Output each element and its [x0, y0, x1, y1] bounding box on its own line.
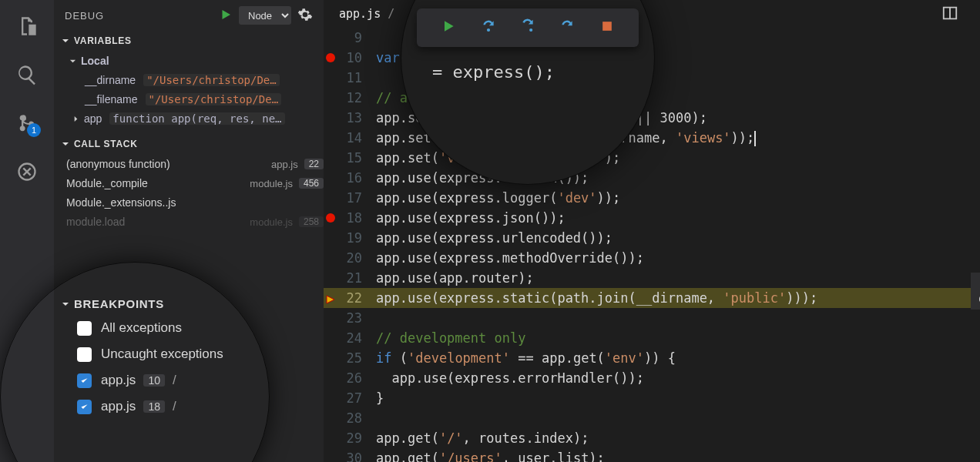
code-line[interactable]: 28: [324, 408, 980, 428]
start-debug-button[interactable]: [219, 8, 233, 24]
step-out-button[interactable]: [559, 18, 575, 37]
debug-header: DEBUG Node: [54, 0, 324, 31]
call-stack-section-header[interactable]: CALL STACK: [54, 134, 324, 154]
stack-frame[interactable]: Module._extensions..js: [54, 192, 324, 212]
variables-section-header[interactable]: VARIABLES: [54, 31, 324, 51]
stop-button[interactable]: [599, 18, 615, 37]
code-line[interactable]: 16app.use(express.favicon());: [324, 168, 980, 188]
breakpoints-section: BREAKPOINTS All exceptions Uncaught exce…: [54, 293, 324, 420]
debug-icon[interactable]: [16, 161, 38, 182]
explorer-icon[interactable]: [16, 15, 38, 37]
hover-tooltip: "/Users/christop/Desktop/lab-demo/ex: [971, 273, 980, 310]
stack-frame[interactable]: (anonymous function) app.js 22: [54, 154, 324, 173]
activity-bar: 1: [0, 0, 54, 462]
debug-title: DEBUG: [65, 10, 104, 22]
svg-rect-4: [602, 22, 612, 31]
code-line[interactable]: 26 app.use(express.errorHandler());: [324, 368, 980, 388]
breakpoint-uncaught-exceptions[interactable]: Uncaught exceptions: [54, 341, 324, 367]
code-line[interactable]: 25if ('development' == app.get('env')) {: [324, 348, 980, 368]
current-line-icon: [325, 293, 336, 303]
code-line[interactable]: 20app.use(express.methodOverride());: [324, 248, 980, 268]
checkbox-icon[interactable]: [77, 347, 92, 362]
stack-frame[interactable]: Module._compile module.js 456: [54, 173, 324, 192]
code-line[interactable]: 29app.get('/', routes.index);: [324, 428, 980, 448]
code-line[interactable]: 21app.use(app.router);: [324, 268, 980, 288]
code-line[interactable]: 24// development only: [324, 328, 980, 348]
code-line[interactable]: 17app.use(express.logger('dev'));: [324, 188, 980, 208]
debug-settings-button[interactable]: [297, 7, 313, 25]
breakpoint-all-exceptions[interactable]: All exceptions: [54, 315, 324, 341]
variable-row[interactable]: __dirname "/Users/christop/De…: [54, 70, 324, 89]
split-editor-button[interactable]: [941, 5, 958, 25]
breakpoint-dot-icon[interactable]: [326, 53, 335, 62]
code-line[interactable]: 30app.get('/users', user.list);: [324, 448, 980, 462]
code-fragment: = express();: [432, 62, 555, 82]
code-line[interactable]: 23: [324, 308, 980, 328]
debug-toolbar: [417, 8, 639, 47]
variable-row[interactable]: app function app(req, res, ne…: [54, 109, 324, 128]
svg-point-2: [529, 28, 532, 32]
search-icon[interactable]: [16, 64, 38, 85]
breakpoint-item[interactable]: app.js 18 /: [54, 393, 324, 420]
variable-row[interactable]: __filename "/Users/christop/De…: [54, 89, 324, 109]
checkbox-icon[interactable]: [77, 373, 92, 388]
checkbox-icon[interactable]: [77, 321, 92, 336]
code-line[interactable]: 18app.use(express.json());: [324, 208, 980, 228]
local-scope-header[interactable]: Local: [54, 51, 324, 70]
code-line[interactable]: 19app.use(express.urlencoded());: [324, 228, 980, 248]
step-over-button[interactable]: [481, 18, 496, 37]
continue-button[interactable]: [441, 18, 456, 37]
debug-config-select[interactable]: Node: [239, 6, 291, 25]
editor-tab[interactable]: app.js /: [339, 7, 394, 21]
source-control-icon[interactable]: 1: [16, 112, 38, 134]
breakpoint-dot-icon[interactable]: [326, 213, 335, 223]
breakpoint-item[interactable]: app.js 10 /: [54, 367, 324, 393]
breakpoints-section-header[interactable]: BREAKPOINTS: [54, 293, 324, 315]
stack-frame[interactable]: module.load module.js 258: [54, 212, 324, 231]
svg-point-1: [487, 28, 490, 32]
code-line[interactable]: 14app.set('views', path.join(__dirname, …: [324, 128, 980, 148]
step-into-button[interactable]: [520, 18, 535, 37]
code-line[interactable]: 27}: [324, 388, 980, 408]
debug-sidebar: DEBUG Node VARIABLES Local __dirname "/U…: [54, 0, 324, 462]
code-line[interactable]: 22app.use(express.static(path.join(__dir…: [324, 288, 980, 308]
source-control-badge: 1: [27, 123, 41, 137]
code-line[interactable]: 15app.set('view engine', 'jade');: [324, 148, 980, 168]
checkbox-icon[interactable]: [77, 400, 92, 414]
